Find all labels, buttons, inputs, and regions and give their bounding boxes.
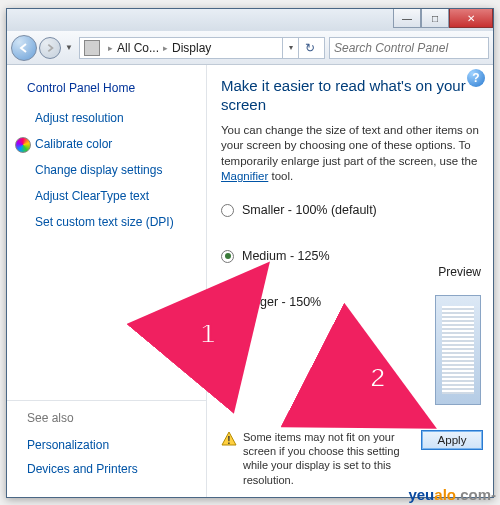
nav-history-dropdown[interactable]: ▼ xyxy=(63,43,75,52)
radio-icon[interactable] xyxy=(221,204,234,217)
page-description: You can change the size of text and othe… xyxy=(221,123,483,185)
breadcrumb[interactable]: ▸ All Co... ▸ Display ▾ ↻ xyxy=(79,37,325,59)
warning-text: Some items may not fit on your screen if… xyxy=(243,430,421,487)
search-input[interactable] xyxy=(329,37,489,59)
size-options: Smaller - 100% (default) Medium - 125% L… xyxy=(221,203,483,309)
control-panel-icon xyxy=(84,40,100,56)
forward-button[interactable] xyxy=(39,37,61,59)
radio-icon[interactable] xyxy=(221,250,234,263)
option-label: Smaller - 100% (default) xyxy=(242,203,377,217)
svg-text:!: ! xyxy=(227,434,230,445)
navbar: ▼ ▸ All Co... ▸ Display ▾ ↻ xyxy=(7,31,493,65)
sidebar-link-change-display-settings[interactable]: Change display settings xyxy=(7,157,206,183)
breadcrumb-dropdown[interactable]: ▾ xyxy=(282,37,298,59)
option-label: Larger - 150% xyxy=(242,295,321,309)
option-label: Medium - 125% xyxy=(242,249,330,263)
page-title: Make it easier to read what's on your sc… xyxy=(221,77,483,115)
help-icon[interactable]: ? xyxy=(467,69,485,87)
sidebar: Control Panel Home Adjust resolution Cal… xyxy=(7,65,207,497)
option-medium[interactable]: Medium - 125% xyxy=(221,249,483,263)
sidebar-link-calibrate-color[interactable]: Calibrate color xyxy=(7,131,206,157)
breadcrumb-segment[interactable]: All Co... xyxy=(117,41,159,55)
breadcrumb-segment[interactable]: Display xyxy=(172,41,211,55)
content-pane: ? Make it easier to read what's on your … xyxy=(207,65,493,497)
watermark: yeualo.com- xyxy=(408,486,496,503)
refresh-icon[interactable]: ↻ xyxy=(298,37,320,59)
sidebar-link-adjust-resolution[interactable]: Adjust resolution xyxy=(7,105,206,131)
titlebar[interactable]: — □ ✕ xyxy=(7,9,493,31)
control-panel-window: — □ ✕ ▼ ▸ All Co... ▸ Display ▾ ↻ Contro… xyxy=(6,8,494,498)
annotation-badge-1: 1 xyxy=(200,318,216,350)
radio-icon[interactable] xyxy=(221,296,234,309)
chevron-right-icon: ▸ xyxy=(108,43,113,53)
maximize-button[interactable]: □ xyxy=(421,9,449,28)
minimize-button[interactable]: — xyxy=(393,9,421,28)
sidebar-link-custom-text-size[interactable]: Set custom text size (DPI) xyxy=(7,209,206,235)
preview-heading: Preview xyxy=(438,265,481,279)
close-button[interactable]: ✕ xyxy=(449,9,493,28)
apply-button[interactable]: Apply xyxy=(421,430,483,450)
see-also-heading: See also xyxy=(27,411,190,425)
annotation-badge-2: 2 xyxy=(370,362,386,394)
preview-image xyxy=(435,295,481,405)
see-also-personalization[interactable]: Personalization xyxy=(27,433,190,457)
chevron-right-icon: ▸ xyxy=(163,43,168,53)
warning-row: ! Some items may not fit on your screen … xyxy=(221,430,483,487)
magnifier-link[interactable]: Magnifier xyxy=(221,170,268,182)
sidebar-heading[interactable]: Control Panel Home xyxy=(7,77,206,105)
warning-icon: ! xyxy=(221,431,237,447)
sidebar-link-adjust-cleartype[interactable]: Adjust ClearType text xyxy=(7,183,206,209)
back-button[interactable] xyxy=(11,35,37,61)
see-also-devices-printers[interactable]: Devices and Printers xyxy=(27,457,190,481)
option-smaller[interactable]: Smaller - 100% (default) xyxy=(221,203,483,217)
see-also-section: See also Personalization Devices and Pri… xyxy=(7,400,206,497)
